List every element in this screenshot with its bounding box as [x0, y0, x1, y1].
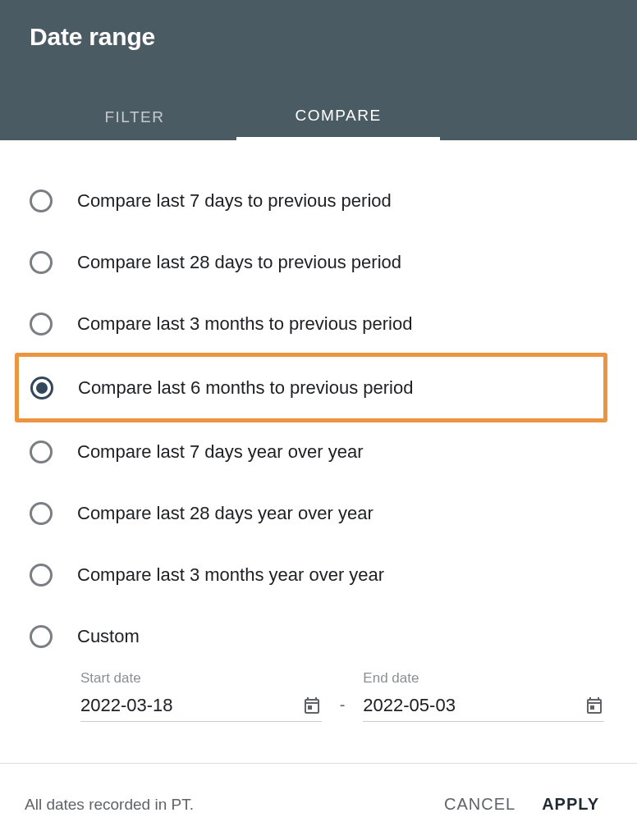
radio-icon	[30, 189, 53, 212]
radio-icon	[30, 502, 53, 525]
apply-button[interactable]: APPLY	[529, 787, 612, 822]
calendar-icon[interactable]	[302, 696, 322, 715]
option-label: Compare last 3 months to previous period	[77, 313, 412, 335]
end-date-label: End date	[363, 670, 604, 687]
dialog-footer: All dates recorded in PT. CANCEL APPLY	[0, 764, 637, 822]
option-compare-3m-yoy[interactable]: Compare last 3 months year over year	[0, 544, 637, 605]
option-compare-28d-yoy[interactable]: Compare last 28 days year over year	[0, 482, 637, 544]
start-date-field[interactable]: Start date 2022-03-18	[80, 670, 322, 722]
option-label: Compare last 28 days year over year	[77, 503, 373, 524]
date-separator: -	[337, 678, 349, 714]
radio-icon	[30, 441, 53, 463]
option-compare-28d-prev[interactable]: Compare last 28 days to previous period	[0, 231, 637, 293]
radio-icon	[30, 377, 53, 399]
option-compare-7d-yoy[interactable]: Compare last 7 days year over year	[0, 421, 637, 482]
option-custom[interactable]: Custom	[0, 605, 637, 667]
timezone-note: All dates recorded in PT.	[25, 796, 194, 814]
option-label: Compare last 28 days to previous period	[77, 252, 401, 273]
option-label: Compare last 3 months year over year	[77, 564, 384, 586]
end-date-field[interactable]: End date 2022-05-03	[363, 670, 604, 722]
tab-filter[interactable]: FILTER	[33, 94, 236, 140]
option-label: Compare last 6 months to previous period	[78, 377, 413, 399]
radio-icon	[30, 564, 53, 587]
tab-bar: FILTER COMPARE	[0, 94, 637, 140]
start-date-label: Start date	[80, 670, 322, 687]
calendar-icon[interactable]	[584, 696, 604, 715]
radio-icon	[30, 251, 53, 274]
radio-icon	[30, 625, 53, 648]
option-label: Compare last 7 days to previous period	[77, 190, 392, 212]
dialog-title: Date range	[0, 0, 637, 51]
dialog-header: Date range FILTER COMPARE	[0, 0, 637, 140]
cancel-button[interactable]: CANCEL	[431, 787, 529, 822]
option-label: Compare last 7 days year over year	[77, 441, 364, 463]
start-date-value: 2022-03-18	[80, 695, 294, 716]
option-compare-6m-prev[interactable]: Compare last 6 months to previous period	[30, 357, 603, 418]
tab-compare[interactable]: COMPARE	[236, 94, 440, 140]
option-label: Custom	[77, 626, 140, 647]
custom-date-row: Start date 2022-03-18 - End date 2022-05…	[0, 667, 637, 722]
option-compare-3m-prev[interactable]: Compare last 3 months to previous period	[0, 293, 637, 354]
highlight-box: Compare last 6 months to previous period	[15, 353, 607, 422]
radio-icon	[30, 313, 53, 336]
option-compare-7d-prev[interactable]: Compare last 7 days to previous period	[0, 170, 637, 231]
options-list: Compare last 7 days to previous period C…	[0, 140, 637, 722]
end-date-value: 2022-05-03	[363, 695, 576, 716]
